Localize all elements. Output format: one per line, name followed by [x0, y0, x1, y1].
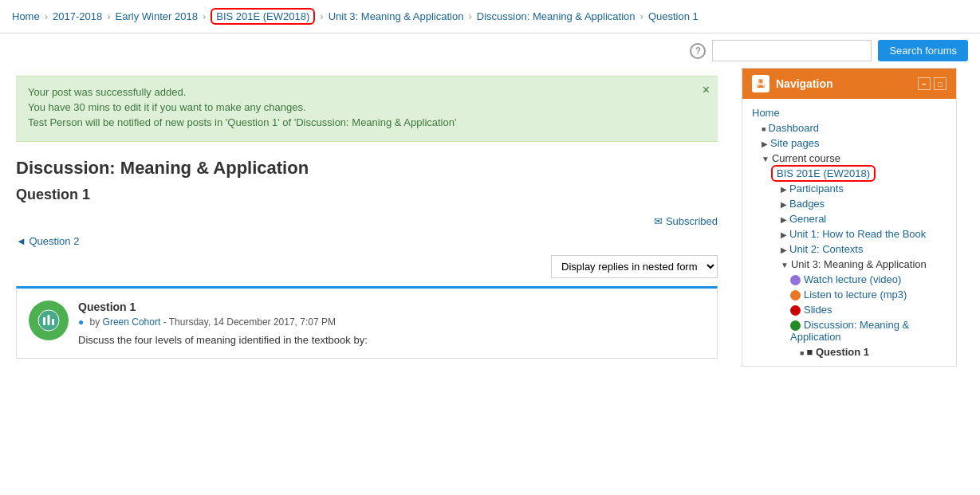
- minimize-icon[interactable]: −: [918, 77, 931, 90]
- nav-tree-item[interactable]: Discussion: Meaning & Application: [752, 317, 947, 344]
- nav-tree-item[interactable]: Listen to lecture (mp3): [752, 287, 947, 302]
- nav-tree-item[interactable]: ▶Unit 2: Contexts: [752, 242, 947, 257]
- nav-tree-item[interactable]: ▶Participants: [752, 181, 947, 196]
- svg-rect-2: [48, 315, 50, 325]
- success-alert: × Your post was successfully added. You …: [16, 76, 718, 142]
- help-icon[interactable]: ?: [690, 43, 706, 59]
- nav-tree-item[interactable]: Slides: [752, 302, 947, 317]
- breadcrumb-item[interactable]: Question 1: [648, 10, 699, 22]
- navigation-title: Navigation: [776, 77, 833, 90]
- question-title: Question 1: [16, 187, 718, 203]
- nav-tree-item[interactable]: Watch lecture (video): [752, 272, 947, 287]
- breadcrumb-item[interactable]: Home: [12, 10, 40, 22]
- content-area: × Your post was successfully added. You …: [0, 68, 734, 379]
- alert-line1: Your post was successfully added.: [28, 86, 706, 98]
- post-body: Question 1 ● by Green Cohort - Thursday,…: [78, 301, 705, 346]
- post-author-link[interactable]: Green Cohort: [103, 316, 161, 328]
- breadcrumb-item[interactable]: Unit 3: Meaning & Application: [329, 10, 464, 22]
- expand-icon[interactable]: □: [934, 77, 947, 90]
- alert-line3: Test Person will be notified of new post…: [28, 116, 706, 128]
- top-bar: ? Search forums: [0, 33, 980, 68]
- search-forums-button[interactable]: Search forums: [878, 40, 968, 61]
- replies-bar: Display replies in nested form: [16, 255, 718, 278]
- nav-tree: Home■Dashboard▶Site pages▼Current course…: [742, 99, 956, 366]
- subscribed-link[interactable]: ✉ Subscribed: [654, 215, 718, 227]
- prev-question-link[interactable]: ◄ Question 2: [16, 235, 79, 247]
- post-meta: ● by Green Cohort - Thursday, 14 Decembe…: [78, 316, 705, 328]
- nav-tree-item[interactable]: ■■ Question 1: [752, 344, 947, 359]
- subscribed-bar: ✉ Subscribed: [16, 215, 718, 227]
- post-card: Question 1 ● by Green Cohort - Thursday,…: [16, 286, 718, 359]
- breadcrumb-item[interactable]: Early Winter 2018: [116, 10, 198, 22]
- post-content: Discuss the four levels of meaning ident…: [78, 334, 705, 346]
- main-layout: × Your post was successfully added. You …: [0, 68, 980, 379]
- forum-title: Discussion: Meaning & Application: [16, 158, 718, 179]
- nav-tree-item[interactable]: ▶General: [752, 211, 947, 226]
- navigation-controls: − □: [918, 77, 947, 90]
- nav-tree-item[interactable]: BIS 201E (EW2018): [752, 166, 947, 181]
- display-replies-select[interactable]: Display replies in nested form: [551, 255, 718, 278]
- nav-tree-item: ▼Unit 3: Meaning & Application: [752, 257, 947, 272]
- nav-tree-item: ▼Current course: [752, 151, 947, 166]
- navigation-header: Navigation − □: [742, 69, 956, 99]
- nav-tree-item[interactable]: ▶Badges: [752, 196, 947, 211]
- breadcrumb-item[interactable]: BIS 201E (EW2018): [211, 8, 315, 25]
- avatar: [29, 301, 69, 340]
- post-title: Question 1: [78, 301, 705, 313]
- breadcrumb: Home›2017-2018›Early Winter 2018›BIS 201…: [0, 0, 980, 33]
- search-input[interactable]: [712, 40, 872, 61]
- navigation-block: Navigation − □ Home■Dashboard▶Site pages…: [742, 68, 957, 367]
- svg-rect-1: [43, 317, 45, 325]
- sidebar: Navigation − □ Home■Dashboard▶Site pages…: [734, 68, 965, 379]
- alert-line2: You have 30 mins to edit it if you want …: [28, 101, 706, 113]
- svg-rect-3: [52, 319, 54, 325]
- nav-tree-item[interactable]: Home: [752, 105, 947, 120]
- breadcrumb-item[interactable]: 2017-2018: [53, 10, 102, 22]
- nav-tree-item[interactable]: ■Dashboard: [752, 120, 947, 136]
- post-by-icon: ●: [78, 316, 84, 328]
- svg-point-8: [759, 80, 762, 83]
- prev-nav: ◄ Question 2: [16, 235, 718, 247]
- nav-tree-item[interactable]: ▶Unit 1: How to Read the Book: [752, 226, 947, 242]
- breadcrumb-item[interactable]: Discussion: Meaning & Application: [477, 10, 636, 22]
- nav-tree-item[interactable]: ▶Site pages: [752, 136, 947, 151]
- alert-close-button[interactable]: ×: [703, 83, 710, 97]
- post-date: Thursday, 14 December 2017, 7:07 PM: [169, 316, 336, 328]
- navigation-icon: [752, 75, 769, 92]
